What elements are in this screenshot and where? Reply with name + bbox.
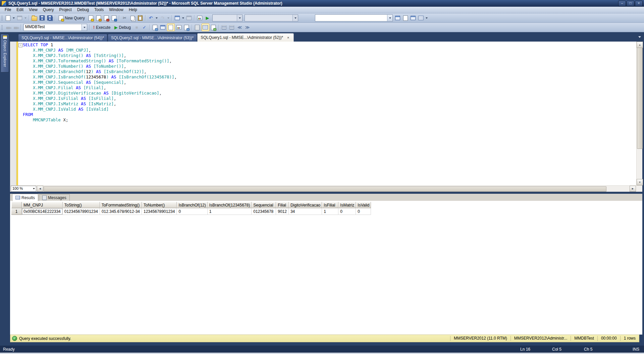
available-databases-combo[interactable]: MMDBTest <box>23 24 87 31</box>
database-engine-query-icon[interactable] <box>87 14 94 21</box>
column-header[interactable]: Filial <box>276 202 289 208</box>
collapse-minus-icon[interactable]: − <box>18 43 22 47</box>
object-explorer-autohide-tab[interactable]: Object Explorer <box>1 34 9 72</box>
zoom-dropdown-icon[interactable] <box>32 186 36 191</box>
menu-edit[interactable]: Edit <box>14 7 26 13</box>
debug-button[interactable]: ▶Debug <box>112 24 133 31</box>
scroll-right-icon[interactable]: ▶ <box>630 186 636 192</box>
query-options-icon[interactable] <box>159 24 166 31</box>
open-file-icon[interactable] <box>31 14 38 21</box>
column-header[interactable]: Sequencial <box>252 202 276 208</box>
column-header[interactable]: DigitoVerificacao <box>289 202 322 208</box>
increase-indent-icon[interactable]: ≫ <box>244 24 251 31</box>
new-query-button[interactable]: New Query <box>57 14 87 22</box>
editor-zoom-combo[interactable]: 100 % <box>11 186 36 192</box>
column-header[interactable]: ToString() <box>63 202 100 208</box>
dmx-query-icon[interactable] <box>103 14 110 21</box>
grid-cell[interactable]: 012.345.678/9012-34 <box>100 208 142 215</box>
template-explorer-icon[interactable] <box>402 14 409 21</box>
display-estimated-plan-icon[interactable] <box>152 24 159 31</box>
menu-debug[interactable]: Debug <box>74 7 92 13</box>
menu-tools[interactable]: Tools <box>92 7 106 13</box>
document-tab[interactable]: SQLQuery3.sql - MMSE...\Administrator (5… <box>18 34 107 42</box>
column-header[interactable]: IsMatriz <box>338 202 356 208</box>
row-number-cell[interactable]: 1 <box>11 208 22 215</box>
column-header[interactable]: IsFilial <box>322 202 338 208</box>
undo-dropdown[interactable] <box>155 14 158 21</box>
toolbar-combo-2-dropdown-icon[interactable] <box>292 15 298 21</box>
document-list-dropdown-icon[interactable] <box>637 35 642 40</box>
menu-help[interactable]: Help <box>126 7 140 13</box>
grid-cell[interactable]: 012345678901234 <box>63 208 100 215</box>
new-query-template-dropdown[interactable] <box>12 14 15 21</box>
undo-icon[interactable]: ↶ <box>147 14 154 21</box>
include-client-statistics-icon[interactable] <box>175 24 182 31</box>
properties-window-icon[interactable] <box>410 14 417 21</box>
minimize-button[interactable]: – <box>618 1 626 6</box>
column-header[interactable]: ToFormmatedString() <box>100 202 142 208</box>
editor-vertical-scrollbar[interactable]: ▲ ▼ <box>636 42 642 185</box>
available-databases-combo-dropdown-icon[interactable] <box>82 24 87 31</box>
editor-horizontal-scrollbar[interactable] <box>44 186 629 191</box>
menu-query[interactable]: Query <box>40 7 57 13</box>
start-debugging-icon[interactable]: ▶ <box>204 14 211 21</box>
results-tab-messages[interactable]: Messages <box>39 194 70 201</box>
scroll-left-icon[interactable]: ◀ <box>37 186 43 192</box>
registered-servers-icon[interactable] <box>394 14 401 21</box>
new-query-template-icon[interactable] <box>4 14 11 21</box>
parse-icon[interactable]: ✓ <box>141 24 148 31</box>
execute-button[interactable]: !Execute <box>91 24 112 31</box>
column-header[interactable]: IsBranchOf(12) <box>177 202 207 208</box>
paste-icon[interactable] <box>137 14 144 21</box>
column-header[interactable]: IsBranchOf(12345678) <box>208 202 252 208</box>
save-icon[interactable] <box>39 14 46 21</box>
menu-file[interactable]: File <box>2 7 14 13</box>
save-all-icon[interactable] <box>46 14 53 21</box>
navigate-backward-icon[interactable] <box>174 14 181 21</box>
results-to-grid-icon[interactable] <box>202 23 209 31</box>
uncomment-selection-icon[interactable] <box>228 24 235 31</box>
toolbar-grip[interactable] <box>1 24 3 31</box>
grid-cell[interactable]: 0x00BC614E222334 <box>22 208 63 215</box>
document-tab[interactable]: SQLQuery2.sql - MMSE...\Administrator (5… <box>108 34 197 42</box>
vertical-scroll-thumb[interactable] <box>637 48 643 149</box>
editor-selection-margin[interactable] <box>10 42 16 185</box>
results-to-file-icon[interactable] <box>210 24 217 31</box>
grid-corner-cell[interactable] <box>11 202 22 208</box>
results-tab-results[interactable]: Results <box>12 194 38 201</box>
include-actual-plan-icon[interactable] <box>183 24 190 31</box>
navigate-backward-dropdown[interactable] <box>181 14 185 21</box>
copy-icon[interactable] <box>129 14 136 21</box>
standard-toolbar-options-dropdown[interactable] <box>425 14 428 21</box>
toolbar-combo-1-dropdown-icon[interactable] <box>237 15 242 21</box>
grid-cell[interactable]: 12345678901234 <box>142 208 177 215</box>
activity-monitor-icon[interactable] <box>196 14 203 21</box>
scroll-down-icon[interactable]: ▼ <box>637 179 643 185</box>
menu-project[interactable]: Project <box>57 7 74 13</box>
grid-cell[interactable]: 1 <box>322 208 338 215</box>
results-to-text-icon[interactable] <box>194 24 201 31</box>
mdx-query-icon[interactable] <box>95 14 102 21</box>
scroll-up-icon[interactable]: ▲ <box>637 42 643 48</box>
toolbar-grip[interactable] <box>1 15 3 21</box>
grid-cell[interactable]: 0 <box>338 208 356 215</box>
xmla-query-icon[interactable] <box>110 14 117 21</box>
grid-cell[interactable]: 1 <box>208 208 252 215</box>
comment-selection-icon[interactable] <box>221 24 228 31</box>
toolbar-combo-3[interactable] <box>315 14 393 21</box>
column-header[interactable]: IsValid <box>356 202 371 208</box>
cut-icon[interactable]: ✂ <box>121 14 128 21</box>
grid-cell[interactable]: 0 <box>356 208 371 215</box>
tab-close-icon[interactable]: × <box>286 35 290 40</box>
editor-code-area[interactable]: − SELECT TOP 1 X.MM_CNPJ AS [MM_CNPJ], X… <box>18 42 636 185</box>
object-explorer-details-icon[interactable] <box>417 14 424 21</box>
close-button[interactable]: × <box>635 1 643 6</box>
horizontal-scroll-thumb[interactable] <box>44 186 606 192</box>
grid-cell[interactable]: 34 <box>289 208 322 215</box>
toolbar-combo-3-dropdown-icon[interactable] <box>387 15 392 21</box>
maximize-button[interactable]: □ <box>627 1 634 6</box>
column-header[interactable]: MM_CNPJ <box>22 202 63 208</box>
decrease-indent-icon[interactable]: ≪ <box>236 24 243 31</box>
column-header[interactable]: ToNumber() <box>142 202 177 208</box>
intellisense-enabled-icon[interactable] <box>167 23 175 31</box>
